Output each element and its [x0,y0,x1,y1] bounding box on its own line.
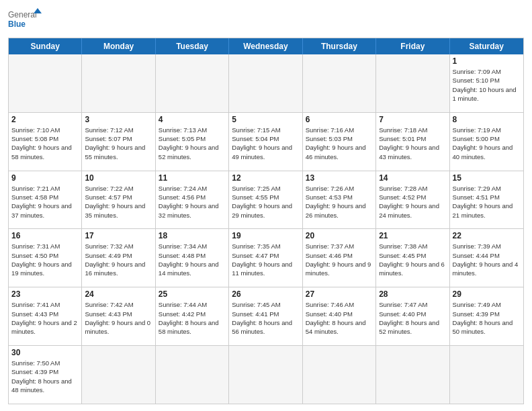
calendar-cell: 7Sunrise: 7:18 AM Sunset: 5:01 PM Daylig… [376,113,449,171]
day-info: Sunrise: 7:45 AM Sunset: 4:41 PM Dayligh… [232,300,299,336]
page: General Blue SundayMondayTuesdayWednesda… [0,0,532,411]
calendar-cell: 24Sunrise: 7:42 AM Sunset: 4:43 PM Dayli… [82,287,155,345]
calendar-cell: 8Sunrise: 7:19 AM Sunset: 5:00 PM Daylig… [450,113,523,171]
svg-text:Blue: Blue [8,19,26,29]
calendar-cell: 30Sunrise: 7:50 AM Sunset: 4:39 PM Dayli… [9,346,82,404]
calendar-cell [229,346,302,404]
day-info: Sunrise: 7:10 AM Sunset: 5:08 PM Dayligh… [11,126,79,161]
day-number: 26 [232,289,299,299]
day-number: 29 [453,289,521,299]
calendar-week-row: 1Sunrise: 7:09 AM Sunset: 5:10 PM Daylig… [9,54,523,113]
day-info: Sunrise: 7:25 AM Sunset: 4:55 PM Dayligh… [232,184,299,220]
day-number: 12 [232,173,299,183]
calendar-week-row: 30Sunrise: 7:50 AM Sunset: 4:39 PM Dayli… [9,346,523,404]
day-number: 22 [453,231,521,240]
calendar-cell: 27Sunrise: 7:46 AM Sunset: 4:40 PM Dayli… [303,287,376,345]
calendar-cell: 14Sunrise: 7:28 AM Sunset: 4:52 PM Dayli… [376,171,449,229]
calendar-cell: 28Sunrise: 7:47 AM Sunset: 4:40 PM Dayli… [376,287,449,345]
day-info: Sunrise: 7:13 AM Sunset: 5:05 PM Dayligh… [159,126,226,161]
day-info: Sunrise: 7:16 AM Sunset: 5:03 PM Dayligh… [306,126,373,161]
day-number: 9 [11,173,79,183]
day-info: Sunrise: 7:42 AM Sunset: 4:43 PM Dayligh… [85,300,152,336]
day-info: Sunrise: 7:46 AM Sunset: 4:40 PM Dayligh… [306,300,373,336]
calendar-cell: 25Sunrise: 7:44 AM Sunset: 4:42 PM Dayli… [156,287,229,345]
calendar-cell [303,54,376,112]
day-info: Sunrise: 7:28 AM Sunset: 4:52 PM Dayligh… [379,184,446,220]
day-number: 15 [453,173,521,183]
day-info: Sunrise: 7:21 AM Sunset: 4:58 PM Dayligh… [11,184,79,220]
calendar-cell: 12Sunrise: 7:25 AM Sunset: 4:55 PM Dayli… [229,171,302,229]
day-info: Sunrise: 7:39 AM Sunset: 4:44 PM Dayligh… [453,242,521,277]
calendar-cell: 22Sunrise: 7:39 AM Sunset: 4:44 PM Dayli… [450,229,523,287]
calendar-header-cell: Wednesday [229,38,302,54]
day-number: 30 [11,348,79,357]
calendar-cell: 20Sunrise: 7:37 AM Sunset: 4:46 PM Dayli… [303,229,376,287]
calendar-week-row: 2Sunrise: 7:10 AM Sunset: 5:08 PM Daylig… [9,113,523,171]
day-info: Sunrise: 7:38 AM Sunset: 4:45 PM Dayligh… [379,242,446,277]
calendar-cell: 19Sunrise: 7:35 AM Sunset: 4:47 PM Dayli… [229,229,302,287]
calendar-cell: 23Sunrise: 7:41 AM Sunset: 4:43 PM Dayli… [9,287,82,345]
calendar-week-row: 16Sunrise: 7:31 AM Sunset: 4:50 PM Dayli… [9,229,523,287]
logo: General Blue [8,7,42,34]
day-number: 25 [159,289,226,299]
day-number: 16 [11,231,79,240]
day-info: Sunrise: 7:09 AM Sunset: 5:10 PM Dayligh… [453,67,521,103]
calendar-header-cell: Thursday [303,38,376,54]
calendar-cell: 3Sunrise: 7:12 AM Sunset: 5:07 PM Daylig… [82,113,155,171]
day-number: 17 [85,231,152,240]
calendar-header-cell: Friday [376,38,449,54]
generalblue-logo-icon: General Blue [8,7,42,34]
calendar-cell: 4Sunrise: 7:13 AM Sunset: 5:05 PM Daylig… [156,113,229,171]
calendar-cell [450,346,523,404]
day-number: 6 [306,115,373,124]
day-info: Sunrise: 7:12 AM Sunset: 5:07 PM Dayligh… [85,126,152,161]
calendar-body: 1Sunrise: 7:09 AM Sunset: 5:10 PM Daylig… [9,54,523,404]
day-number: 21 [379,231,446,240]
day-number: 11 [159,173,226,183]
day-number: 23 [11,289,79,299]
day-info: Sunrise: 7:37 AM Sunset: 4:46 PM Dayligh… [306,242,373,277]
calendar-cell [229,54,302,112]
calendar-cell: 16Sunrise: 7:31 AM Sunset: 4:50 PM Dayli… [9,229,82,287]
day-info: Sunrise: 7:22 AM Sunset: 4:57 PM Dayligh… [85,184,152,220]
day-number: 8 [453,115,521,124]
calendar-header-cell: Saturday [450,38,523,54]
day-number: 4 [159,115,226,124]
day-info: Sunrise: 7:26 AM Sunset: 4:53 PM Dayligh… [306,184,373,220]
calendar-week-row: 9Sunrise: 7:21 AM Sunset: 4:58 PM Daylig… [9,171,523,230]
day-info: Sunrise: 7:50 AM Sunset: 4:39 PM Dayligh… [11,359,79,394]
svg-text:General: General [8,10,37,19]
day-info: Sunrise: 7:24 AM Sunset: 4:56 PM Dayligh… [159,184,226,220]
day-info: Sunrise: 7:31 AM Sunset: 4:50 PM Dayligh… [11,242,79,277]
calendar-cell: 11Sunrise: 7:24 AM Sunset: 4:56 PM Dayli… [156,171,229,229]
header: General Blue [8,7,524,34]
day-info: Sunrise: 7:41 AM Sunset: 4:43 PM Dayligh… [11,300,79,336]
calendar-cell: 18Sunrise: 7:34 AM Sunset: 4:48 PM Dayli… [156,229,229,287]
calendar-header-row: SundayMondayTuesdayWednesdayThursdayFrid… [9,38,523,54]
day-number: 13 [306,173,373,183]
day-number: 20 [306,231,373,240]
calendar-header-cell: Tuesday [156,38,229,54]
day-number: 27 [306,289,373,299]
day-info: Sunrise: 7:18 AM Sunset: 5:01 PM Dayligh… [379,126,446,161]
day-info: Sunrise: 7:44 AM Sunset: 4:42 PM Dayligh… [159,300,226,336]
calendar-cell: 26Sunrise: 7:45 AM Sunset: 4:41 PM Dayli… [229,287,302,345]
day-number: 2 [11,115,79,124]
day-number: 24 [85,289,152,299]
calendar-cell: 5Sunrise: 7:15 AM Sunset: 5:04 PM Daylig… [229,113,302,171]
calendar-cell [156,54,229,112]
calendar-cell: 10Sunrise: 7:22 AM Sunset: 4:57 PM Dayli… [82,171,155,229]
calendar-week-row: 23Sunrise: 7:41 AM Sunset: 4:43 PM Dayli… [9,287,523,346]
calendar: SundayMondayTuesdayWednesdayThursdayFrid… [8,38,524,404]
calendar-cell: 2Sunrise: 7:10 AM Sunset: 5:08 PM Daylig… [9,113,82,171]
calendar-cell: 13Sunrise: 7:26 AM Sunset: 4:53 PM Dayli… [303,171,376,229]
calendar-cell [9,54,82,112]
day-info: Sunrise: 7:29 AM Sunset: 4:51 PM Dayligh… [453,184,521,220]
day-info: Sunrise: 7:49 AM Sunset: 4:39 PM Dayligh… [453,300,521,336]
day-info: Sunrise: 7:47 AM Sunset: 4:40 PM Dayligh… [379,300,446,336]
calendar-cell [303,346,376,404]
calendar-cell [376,54,449,112]
calendar-cell [376,346,449,404]
day-number: 28 [379,289,446,299]
day-number: 18 [159,231,226,240]
